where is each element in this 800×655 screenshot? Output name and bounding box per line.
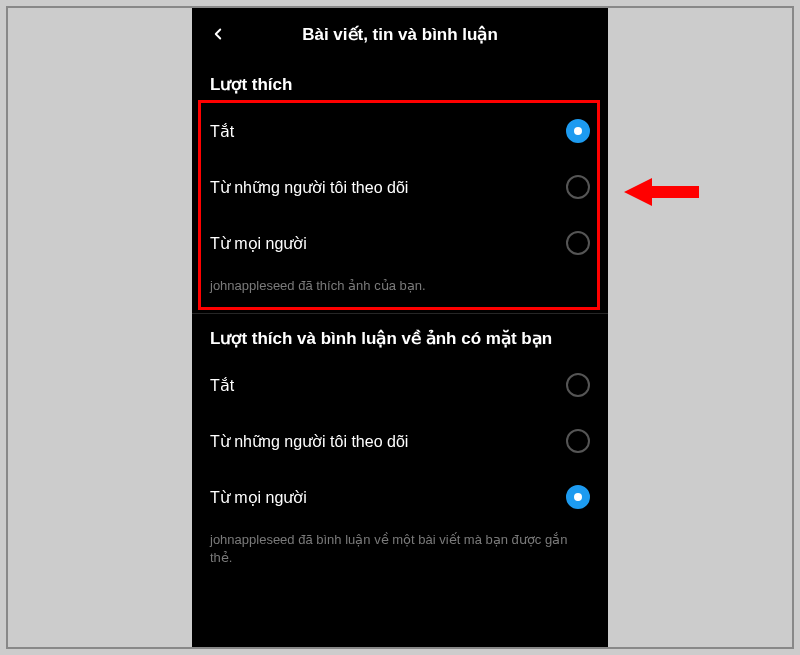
- back-button[interactable]: [202, 18, 234, 50]
- option-label: Từ mọi người: [210, 488, 307, 507]
- page-title: Bài viết, tin và bình luận: [192, 24, 608, 45]
- section-title-likes: Lượt thích: [192, 60, 608, 103]
- annotation-arrow-icon: [624, 174, 699, 210]
- phone-screen: Bài viết, tin và bình luận Lượt thích Tắ…: [192, 8, 608, 647]
- option-tagged-following[interactable]: Từ những người tôi theo dõi: [192, 413, 608, 469]
- radio-icon: [566, 175, 590, 199]
- option-label: Từ mọi người: [210, 234, 307, 253]
- radio-icon: [566, 373, 590, 397]
- radio-icon: [566, 429, 590, 453]
- option-tagged-off[interactable]: Tắt: [192, 357, 608, 413]
- svg-marker-0: [624, 178, 699, 206]
- radio-icon: [566, 485, 590, 509]
- section-title-tagged: Lượt thích và bình luận về ảnh có mặt bạ…: [192, 314, 608, 357]
- option-label: Tắt: [210, 376, 234, 395]
- option-likes-everyone[interactable]: Từ mọi người: [192, 215, 608, 271]
- radio-icon: [566, 119, 590, 143]
- option-likes-off[interactable]: Tắt: [192, 103, 608, 159]
- chevron-left-icon: [209, 25, 227, 43]
- option-label: Từ những người tôi theo dõi: [210, 432, 408, 451]
- option-label: Tắt: [210, 122, 234, 141]
- option-tagged-everyone[interactable]: Từ mọi người: [192, 469, 608, 525]
- option-label: Từ những người tôi theo dõi: [210, 178, 408, 197]
- section-hint: johnappleseed đã bình luận về một bài vi…: [192, 525, 608, 585]
- radio-icon: [566, 231, 590, 255]
- section-hint: johnappleseed đã thích ảnh của bạn.: [192, 271, 608, 313]
- frame: Bài viết, tin và bình luận Lượt thích Tắ…: [6, 6, 794, 649]
- header: Bài viết, tin và bình luận: [192, 8, 608, 60]
- option-likes-following[interactable]: Từ những người tôi theo dõi: [192, 159, 608, 215]
